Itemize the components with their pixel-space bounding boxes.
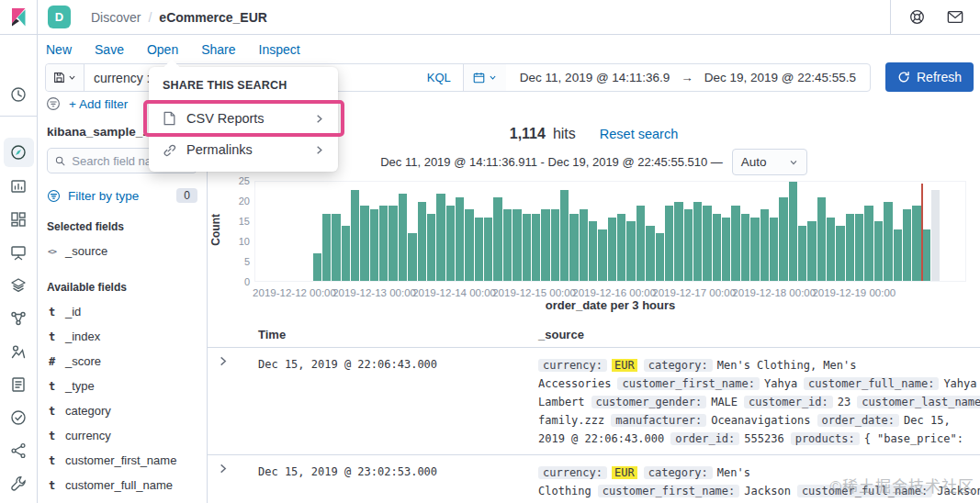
- field-item-customer_full_name[interactable]: tcustomer_full_name: [47, 473, 197, 497]
- histogram-bar[interactable]: [770, 218, 778, 281]
- histogram-bar[interactable]: [855, 214, 863, 281]
- histogram-bar[interactable]: [693, 202, 702, 281]
- histogram-bar[interactable]: [313, 253, 321, 281]
- expand-row-chevron-icon[interactable]: [208, 356, 258, 448]
- expand-row-chevron-icon[interactable]: [208, 464, 258, 503]
- histogram-bar[interactable]: [874, 221, 883, 281]
- histogram-bar[interactable]: [846, 214, 854, 281]
- histogram-bar[interactable]: [722, 218, 730, 281]
- histogram-bar[interactable]: [608, 218, 616, 281]
- histogram-bar[interactable]: [465, 209, 473, 281]
- histogram-bar[interactable]: [408, 233, 416, 281]
- menu-new[interactable]: New: [46, 42, 72, 57]
- dashboard-icon[interactable]: [9, 210, 28, 229]
- histogram-bar[interactable]: [493, 197, 501, 281]
- histogram-bar[interactable]: [427, 214, 435, 281]
- saved-query-button[interactable]: [46, 64, 84, 91]
- field-item-currency[interactable]: tcurrency: [47, 423, 197, 448]
- siem-logs-icon[interactable]: [9, 375, 28, 394]
- histogram-bar[interactable]: [894, 229, 902, 281]
- histogram-bar[interactable]: [389, 206, 397, 281]
- histogram-bar[interactable]: [750, 218, 759, 281]
- histogram-bar-partial[interactable]: [931, 190, 940, 281]
- field-item-category[interactable]: tcategory: [47, 398, 197, 423]
- histogram-bar[interactable]: [418, 202, 426, 281]
- histogram-bar[interactable]: [665, 206, 673, 281]
- histogram-bar[interactable]: [798, 226, 806, 281]
- histogram-bar[interactable]: [674, 202, 682, 281]
- histogram-bar[interactable]: [760, 209, 769, 281]
- histogram-bar[interactable]: [456, 197, 464, 281]
- histogram-bar[interactable]: [513, 209, 521, 281]
- menu-save[interactable]: Save: [95, 42, 124, 57]
- histogram-bar[interactable]: [370, 209, 378, 281]
- machine-learning-icon[interactable]: [9, 309, 28, 328]
- histogram-bar[interactable]: [789, 182, 797, 281]
- breadcrumb-section[interactable]: Discover: [91, 10, 141, 25]
- histogram-bar[interactable]: [779, 197, 787, 281]
- histogram-bar[interactable]: [731, 206, 739, 281]
- histogram-bar[interactable]: [379, 206, 388, 281]
- filter-by-type-row[interactable]: Filter by type 0: [47, 188, 197, 203]
- histogram-bar[interactable]: [807, 221, 816, 281]
- space-badge[interactable]: D: [48, 6, 71, 28]
- histogram-bar[interactable]: [484, 218, 492, 281]
- histogram-bar[interactable]: [617, 214, 625, 281]
- permalinks-menu-item[interactable]: Permalinks: [149, 134, 338, 165]
- date-from[interactable]: Dec 11, 2019 @ 14:11:36.9: [520, 71, 670, 84]
- histogram-bar[interactable]: [626, 221, 635, 281]
- visualize-icon[interactable]: [9, 177, 28, 196]
- histogram-bar[interactable]: [912, 206, 920, 281]
- histogram-bar[interactable]: [580, 209, 588, 281]
- histogram-bar[interactable]: [551, 209, 559, 281]
- histogram-bar[interactable]: [684, 209, 693, 281]
- histogram-bars[interactable]: [313, 182, 941, 281]
- histogram-bar[interactable]: [332, 214, 340, 281]
- histogram-bar[interactable]: [741, 214, 749, 281]
- field-item-customer_gender[interactable]: tcustomer_gender: [47, 497, 197, 503]
- field-item-source[interactable]: <> _source: [47, 239, 197, 263]
- discover-compass-icon[interactable]: [9, 143, 28, 162]
- field-item-_score[interactable]: #_score: [47, 349, 197, 374]
- histogram-bar[interactable]: [656, 233, 664, 281]
- time-column-header[interactable]: Time: [258, 328, 538, 341]
- histogram-bar[interactable]: [475, 218, 483, 281]
- document-row[interactable]: Dec 15, 2019 @ 23:02:53.000currency:EURc…: [208, 455, 980, 503]
- histogram-bar[interactable]: [569, 214, 578, 281]
- histogram-bar[interactable]: [351, 190, 359, 281]
- date-to[interactable]: Dec 19, 2019 @ 22:45:55.5: [704, 71, 856, 84]
- interval-select[interactable]: Auto: [732, 149, 807, 175]
- maps-icon[interactable]: [9, 276, 28, 295]
- help-icon[interactable]: [909, 9, 925, 25]
- field-item-_type[interactable]: t_type: [47, 374, 197, 398]
- csv-reports-menu-item[interactable]: CSV Reports: [149, 102, 338, 134]
- histogram-bar[interactable]: [446, 206, 455, 281]
- histogram-bar[interactable]: [523, 214, 531, 281]
- histogram-bar[interactable]: [503, 209, 512, 281]
- histogram-bar[interactable]: [322, 214, 331, 281]
- histogram-bar[interactable]: [589, 221, 597, 281]
- refresh-button[interactable]: Refresh: [885, 62, 974, 92]
- menu-share[interactable]: Share: [201, 42, 235, 57]
- kql-toggle[interactable]: KQL: [415, 64, 463, 91]
- recently-viewed-clock-icon[interactable]: [9, 85, 28, 104]
- histogram-bar[interactable]: [532, 214, 540, 281]
- histogram-bar[interactable]: [884, 202, 892, 281]
- histogram-bar[interactable]: [903, 209, 911, 281]
- histogram-bar[interactable]: [713, 214, 721, 281]
- histogram-bar[interactable]: [836, 226, 844, 281]
- histogram-bar[interactable]: [560, 190, 569, 281]
- histogram-bar[interactable]: [436, 194, 445, 281]
- histogram-bar[interactable]: [541, 209, 549, 281]
- histogram-plot[interactable]: 2019-12-12 00:002019-12-13 00:002019-12-…: [254, 181, 966, 282]
- histogram-bar[interactable]: [817, 197, 826, 281]
- histogram-bar[interactable]: [827, 218, 835, 281]
- histogram-bar[interactable]: [360, 206, 368, 281]
- menu-inspect[interactable]: Inspect: [259, 42, 300, 57]
- field-item-_id[interactable]: t_id: [47, 299, 197, 324]
- dev-tools-wrench-icon[interactable]: [9, 475, 28, 493]
- kibana-logo[interactable]: [0, 0, 38, 34]
- field-item-customer_first_name[interactable]: tcustomer_first_name: [47, 448, 197, 473]
- document-row[interactable]: Dec 15, 2019 @ 22:06:43.000currency:EURc…: [208, 348, 980, 455]
- histogram-bar[interactable]: [646, 226, 654, 281]
